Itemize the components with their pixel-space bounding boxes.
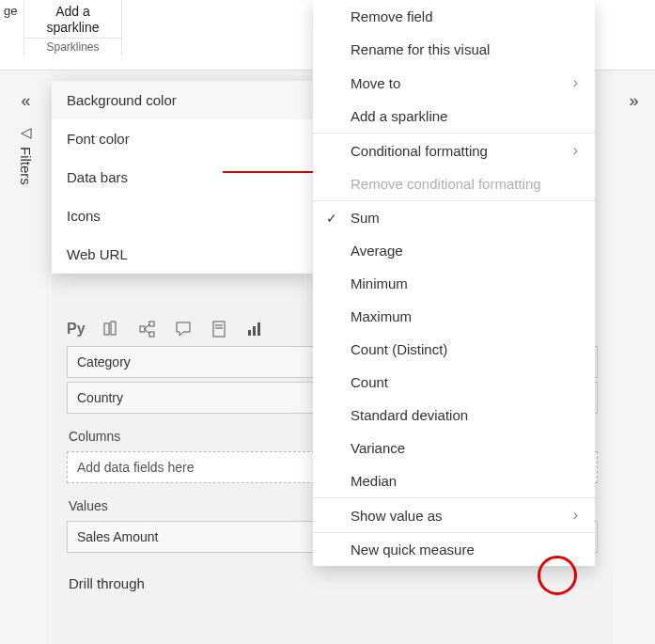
ctx-agg-count-distinct[interactable]: Count (Distinct)	[313, 333, 595, 366]
ctx-agg-stddev[interactable]: Standard deviation	[313, 399, 595, 432]
ctx-agg-maximum[interactable]: Maximum	[313, 300, 595, 333]
chevron-right-icon: ›	[573, 74, 578, 91]
svg-line-3	[145, 324, 149, 329]
ctx-agg-average[interactable]: Average	[313, 234, 595, 267]
ctx-agg-count[interactable]: Count	[313, 366, 595, 399]
svg-rect-1	[111, 322, 116, 335]
field-context-menu: Remove field Rename for this visual Move…	[313, 0, 595, 566]
svg-rect-5	[149, 322, 154, 326]
ctx-agg-sum[interactable]: Sum	[313, 200, 595, 234]
submenu-web-url[interactable]: Web URL	[52, 235, 313, 274]
filters-label: Filters	[18, 147, 34, 185]
drill-through-label: Drill through	[69, 575, 596, 591]
paginated-report-icon[interactable]	[210, 320, 228, 338]
ctx-remove-field[interactable]: Remove field	[313, 0, 595, 33]
sparkline-ribbon-group: Add a sparkline Sparklines	[23, 0, 122, 55]
ctx-show-value-as[interactable]: Show value as›	[313, 497, 595, 532]
submenu-icons[interactable]: Icons	[52, 196, 313, 235]
filters-pane-tab[interactable]: ◁ Filters	[18, 124, 35, 185]
ctx-agg-median[interactable]: Median	[313, 464, 595, 497]
ribbon-fragment: ge	[0, 0, 23, 18]
decomposition-tree-icon[interactable]	[138, 320, 157, 338]
ctx-agg-variance[interactable]: Variance	[313, 432, 595, 464]
ctx-rename[interactable]: Rename for this visual	[313, 33, 595, 66]
conditional-formatting-submenu: Background color Font color Data bars Ic…	[52, 81, 313, 274]
svg-rect-2	[140, 326, 145, 332]
chevron-right-icon: ›	[573, 507, 578, 524]
ctx-new-quick-measure[interactable]: New quick measure	[313, 532, 595, 566]
ctx-conditional-formatting[interactable]: Conditional formatting›	[313, 133, 595, 167]
field-label: Category	[77, 354, 131, 369]
ctx-agg-minimum[interactable]: Minimum	[313, 267, 595, 300]
left-rail: « ◁ Filters	[0, 71, 52, 644]
svg-rect-6	[149, 332, 154, 337]
add-sparkline-button[interactable]: Add a sparkline	[24, 2, 121, 38]
field-label: Country	[77, 390, 123, 405]
key-influencers-icon[interactable]	[102, 320, 121, 338]
collapse-left-icon[interactable]: «	[21, 91, 30, 111]
ctx-add-sparkline[interactable]: Add a sparkline	[313, 100, 595, 133]
submenu-font-color[interactable]: Font color	[52, 119, 313, 158]
field-label: Sales Amount	[77, 529, 158, 544]
sparkline-group-caption: Sparklines	[24, 38, 121, 55]
dropzone-placeholder: Add data fields here	[77, 460, 195, 475]
expand-right-icon[interactable]: »	[629, 91, 638, 111]
qa-visual-icon[interactable]	[174, 320, 193, 338]
submenu-background-color[interactable]: Background color	[52, 81, 313, 119]
svg-rect-10	[248, 330, 251, 336]
ctx-move-to[interactable]: Move to›	[313, 66, 595, 100]
svg-rect-0	[104, 323, 109, 335]
svg-rect-11	[253, 326, 256, 336]
svg-rect-7	[213, 322, 225, 337]
svg-rect-12	[257, 322, 260, 336]
python-visual-icon[interactable]: Py	[67, 321, 86, 338]
chevron-right-icon: ›	[573, 142, 578, 159]
powerapps-visual-icon[interactable]	[245, 320, 264, 338]
submenu-data-bars[interactable]: Data bars	[52, 158, 313, 196]
svg-line-4	[145, 329, 149, 334]
right-rail: »	[613, 71, 655, 644]
filter-icon: ◁	[18, 124, 35, 141]
ctx-remove-conditional-formatting: Remove conditional formatting	[313, 167, 595, 200]
